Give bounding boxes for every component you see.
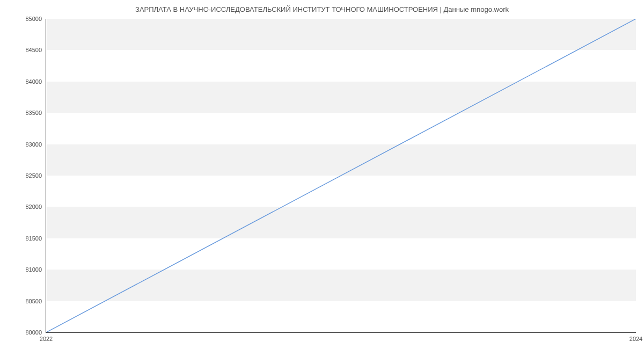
chart-container: ЗАРПЛАТА В НАУЧНО-ИССЛЕДОВАТЕЛЬСКИЙ ИНСТ…: [0, 0, 644, 349]
y-tick-label: 82000: [25, 203, 42, 210]
grid-band: [46, 144, 636, 176]
plot-area: 8000080500810008150082000825008300083500…: [46, 19, 636, 333]
y-tick-label: 80500: [25, 298, 42, 304]
x-tick-label: 2024: [630, 336, 642, 342]
y-tick-label: 81500: [25, 235, 42, 242]
y-tick-label: 80000: [25, 329, 42, 336]
y-tick-label: 84000: [25, 78, 42, 85]
x-tick-label: 2022: [40, 336, 53, 342]
grid-band: [46, 82, 636, 113]
grid-band: [46, 19, 636, 50]
y-tick-label: 85000: [25, 16, 42, 22]
y-tick-label: 81000: [25, 266, 42, 273]
chart-title: ЗАРПЛАТА В НАУЧНО-ИССЛЕДОВАТЕЛЬСКИЙ ИНСТ…: [0, 0, 644, 18]
grid-band: [46, 270, 636, 301]
grid-band: [46, 207, 636, 238]
y-tick-label: 84500: [25, 47, 42, 53]
y-tick-label: 83500: [25, 110, 42, 116]
y-tick-label: 82500: [25, 172, 42, 179]
y-tick-label: 83000: [25, 141, 42, 148]
